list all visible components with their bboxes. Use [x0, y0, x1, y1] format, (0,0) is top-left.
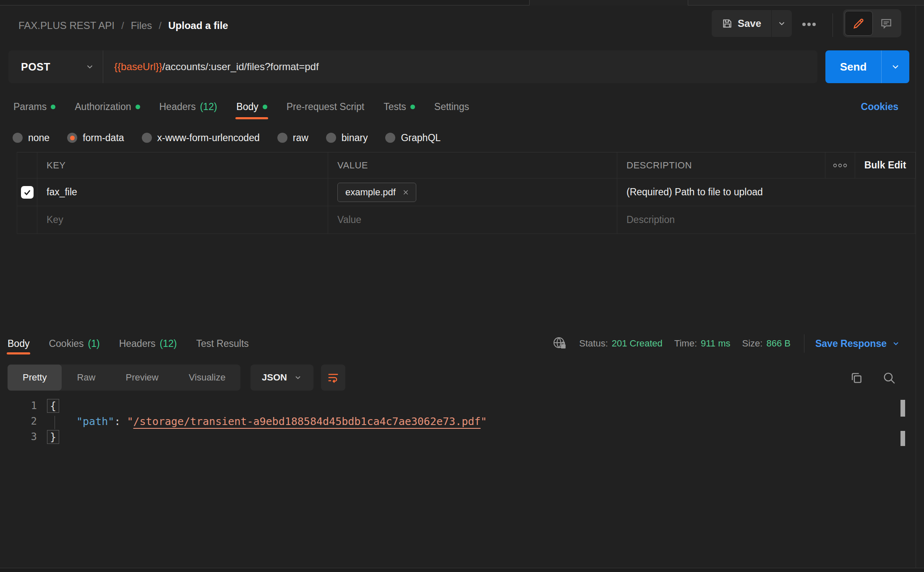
- tab-headers[interactable]: Headers (12): [159, 101, 217, 113]
- description-cell[interactable]: (Required) Path to file to upload: [626, 186, 763, 198]
- workspace-tab-strip-left: [0, 0, 529, 5]
- file-chip[interactable]: example.pdf: [337, 183, 416, 202]
- request-tabs: Params Authorization Headers (12) Body P…: [0, 95, 469, 118]
- url-path: /accounts/:user_id/files?format=pdf: [162, 61, 319, 72]
- documentation-toggle: [843, 9, 901, 37]
- copy-response-button[interactable]: [847, 368, 866, 388]
- tab-settings[interactable]: Settings: [434, 101, 469, 113]
- view-pretty[interactable]: Pretty: [8, 365, 62, 391]
- mode-binary[interactable]: binary: [326, 132, 368, 144]
- network-globe-icon[interactable]: [552, 336, 567, 351]
- postman-app: FAX.PLUS REST API / Files / Upload a fil…: [0, 0, 924, 572]
- tab-tests[interactable]: Tests: [384, 101, 415, 113]
- pane-right-border: [916, 5, 916, 568]
- response-tab-body[interactable]: Body: [8, 338, 29, 349]
- view-raw[interactable]: Raw: [62, 365, 110, 391]
- code-line: 3 }: [0, 429, 487, 445]
- more-actions-button[interactable]: [798, 16, 820, 33]
- tab-params[interactable]: Params: [13, 101, 55, 113]
- value-column-header: VALUE: [337, 160, 368, 171]
- mode-none[interactable]: none: [13, 132, 50, 144]
- tab-count: (12): [200, 101, 217, 113]
- green-dot-icon: [51, 105, 55, 109]
- json-quote: ": [480, 414, 487, 429]
- radio-icon: [385, 133, 395, 143]
- size-label: Size:: [742, 338, 763, 349]
- save-button-group: Save: [712, 10, 792, 37]
- close-icon[interactable]: [402, 189, 409, 196]
- response-body-viewer[interactable]: 1 { 2 "path": "/storage/transient-a9ebd1…: [0, 398, 487, 445]
- tab-count: (1): [88, 338, 100, 349]
- ellipsis-icon: [802, 22, 816, 27]
- response-tab-headers[interactable]: Headers (12): [119, 338, 177, 349]
- mode-label: none: [28, 132, 50, 144]
- send-options-button[interactable]: [881, 50, 909, 83]
- status-label: Status:: [579, 338, 608, 349]
- save-response-button[interactable]: Save Response: [815, 338, 900, 349]
- row-checkbox-checked[interactable]: [21, 186, 34, 199]
- pencil-icon: [852, 17, 865, 30]
- scrollbar-mark[interactable]: [901, 431, 905, 446]
- tab-label: Cookies: [49, 338, 84, 349]
- breadcrumb-collection[interactable]: FAX.PLUS REST API: [18, 20, 115, 31]
- response-tab-cookies[interactable]: Cookies (1): [49, 338, 99, 349]
- chevron-down-icon: [890, 62, 901, 72]
- tab-authorization[interactable]: Authorization: [75, 101, 140, 113]
- view-preview[interactable]: Preview: [110, 365, 173, 391]
- breadcrumb-request-name[interactable]: Upload a file: [168, 20, 228, 31]
- mode-label: raw: [293, 132, 308, 144]
- method-selector[interactable]: POST: [8, 50, 103, 83]
- key-cell[interactable]: fax_file: [47, 186, 77, 198]
- status-value: 201 Created: [612, 338, 663, 349]
- copy-icon: [849, 371, 864, 385]
- send-button-group: Send: [825, 50, 909, 83]
- edit-mode-button[interactable]: [845, 11, 873, 36]
- workspace-tab-strip-right: [688, 0, 924, 5]
- tab-label: Authorization: [75, 101, 131, 113]
- method-label: POST: [21, 61, 50, 73]
- mode-x-www-form-urlencoded[interactable]: x-www-form-urlencoded: [142, 132, 260, 144]
- mode-raw[interactable]: raw: [277, 132, 308, 144]
- cookies-link[interactable]: Cookies: [861, 95, 898, 118]
- json-quote: ": [127, 414, 133, 429]
- radio-icon: [326, 133, 336, 143]
- send-button[interactable]: Send: [825, 50, 881, 83]
- send-button-label: Send: [840, 60, 867, 73]
- url-input[interactable]: {{baseUrl}}/accounts/:user_id/files?form…: [103, 61, 319, 73]
- json-link-value[interactable]: /storage/transient-a9ebd188584d45bdb1ca4…: [133, 414, 480, 429]
- header-divider: [833, 13, 833, 37]
- tab-label: Settings: [434, 101, 469, 113]
- scrollbar-mark[interactable]: [901, 400, 905, 417]
- comments-button[interactable]: [873, 11, 900, 36]
- line-number: 2: [0, 414, 37, 429]
- response-tab-test-results[interactable]: Test Results: [196, 338, 249, 349]
- breadcrumb-folder[interactable]: Files: [131, 20, 152, 31]
- time-value: 911 ms: [701, 338, 731, 349]
- description-placeholder-input[interactable]: Description: [626, 214, 675, 226]
- wrap-lines-button[interactable]: [321, 365, 345, 391]
- fold-close-brace[interactable]: }: [47, 430, 59, 444]
- column-options-button[interactable]: [825, 152, 855, 178]
- save-button[interactable]: Save: [712, 10, 771, 37]
- tab-count: (12): [160, 338, 177, 349]
- key-placeholder-input[interactable]: Key: [47, 214, 63, 226]
- mode-label: x-www-form-urlencoded: [157, 132, 260, 144]
- line-number: 1: [0, 398, 37, 414]
- bulk-edit-button[interactable]: Bulk Edit: [855, 152, 916, 178]
- tab-label: Headers: [119, 338, 156, 349]
- save-button-label: Save: [738, 18, 761, 29]
- fold-gutter-line: [55, 416, 55, 429]
- value-placeholder-input[interactable]: Value: [337, 214, 361, 226]
- save-options-button[interactable]: [771, 10, 792, 37]
- view-visualize[interactable]: Visualize: [174, 365, 241, 391]
- tab-body[interactable]: Body: [236, 101, 267, 113]
- tab-pre-request-script[interactable]: Pre-request Script: [287, 101, 364, 113]
- language-dropdown[interactable]: JSON: [251, 365, 313, 391]
- code-line: 2 "path": "/storage/transient-a9ebd18858…: [0, 414, 487, 429]
- mode-label: binary: [342, 132, 368, 144]
- search-response-button[interactable]: [880, 368, 899, 388]
- tab-label: Tests: [384, 101, 406, 113]
- mode-form-data[interactable]: form-data: [67, 132, 124, 144]
- fold-open-brace[interactable]: {: [47, 399, 59, 413]
- mode-graphql[interactable]: GraphQL: [385, 132, 441, 144]
